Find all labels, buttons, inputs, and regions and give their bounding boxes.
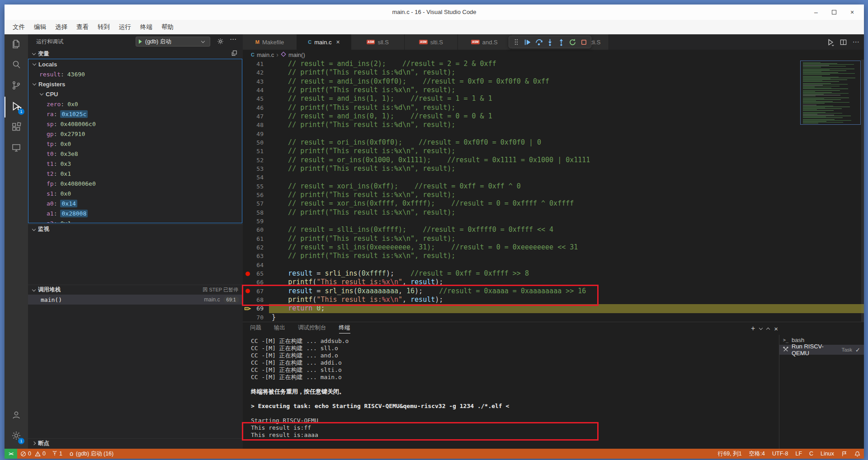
code-line[interactable]: 49 (243, 130, 864, 138)
step-into-icon[interactable] (544, 36, 556, 48)
remote-indicator[interactable]: >< (5, 449, 17, 459)
code-line[interactable]: 56 // printf("This result is:%x\n", resu… (243, 191, 864, 199)
new-terminal-icon[interactable]: + (751, 324, 755, 333)
code-line[interactable]: 69 return 0; (243, 304, 864, 313)
code-line[interactable]: 55 // result = xori_ins(0xff); //result … (243, 182, 864, 191)
gutter[interactable] (243, 130, 253, 138)
activitybar-account[interactable] (5, 405, 28, 426)
gutter[interactable] (243, 208, 253, 217)
stack-frame-row[interactable]: main() main.c 69:1 (28, 295, 243, 305)
gutter[interactable] (243, 156, 253, 164)
step-out-icon[interactable] (556, 36, 567, 48)
breadcrumb[interactable]: C main.c › main() (243, 50, 864, 60)
gutter[interactable] (243, 252, 253, 260)
watch-section-header[interactable]: 监视 (28, 224, 243, 234)
start-debug-icon[interactable] (139, 39, 142, 44)
code-line[interactable]: 51 // printf("This result is:%x\n", resu… (243, 147, 864, 155)
gutter[interactable] (243, 191, 253, 199)
gutter[interactable] (243, 199, 253, 208)
code-line[interactable]: 44 // printf("This result is:%x\n", resu… (243, 86, 864, 94)
gutter[interactable] (243, 121, 253, 129)
variable-row[interactable]: ra:0x1025c (28, 109, 242, 119)
activitybar-run-and-debug[interactable]: 1 (5, 97, 28, 117)
gutter[interactable] (243, 112, 253, 121)
more-actions-icon[interactable]: ⋯ (850, 37, 861, 47)
close-button[interactable]: × (843, 5, 861, 20)
close-panel-icon[interactable]: × (774, 325, 778, 333)
feedback-icon[interactable] (838, 449, 851, 459)
variable-row[interactable]: fp:0x408006e0 (28, 178, 242, 188)
close-tab-icon[interactable]: × (336, 38, 340, 46)
menu-item-选择[interactable]: 选择 (51, 20, 72, 34)
maximize-panel-icon[interactable] (766, 327, 770, 331)
code-line[interactable]: 70} (243, 313, 864, 322)
code-line[interactable]: 47 // result = and_ins(0, 1); //result =… (243, 112, 864, 121)
chevron-down-icon[interactable] (759, 326, 763, 329)
notifications-bell-icon[interactable] (851, 449, 864, 459)
variable-row[interactable]: a1:0x28008 (28, 208, 242, 218)
variable-row[interactable]: a2:0x1 (28, 218, 242, 223)
variable-row[interactable]: t2:0x1 (28, 169, 242, 178)
code-editor[interactable]: 41 // result = andi_ins(2); //result = 2… (243, 60, 864, 322)
gutter[interactable] (243, 60, 253, 68)
tab-sll.s[interactable]: ASMsll.S (351, 34, 405, 50)
editor-scrollbar[interactable] (861, 60, 864, 322)
current-line-arrow-icon[interactable] (243, 304, 253, 313)
more-actions-icon[interactable]: ⋯ (230, 35, 237, 43)
problems-status[interactable]: 0 0 (17, 449, 49, 459)
call-stack-section-header[interactable]: 调用堆栈 因 STEP 已暂停 (28, 285, 243, 295)
minimize-button[interactable]: – (807, 5, 825, 20)
variables-group-row[interactable]: Locals (28, 59, 242, 69)
breadcrumb-file[interactable]: main.c (257, 52, 274, 58)
activitybar-extensions[interactable] (5, 117, 28, 138)
variables-group-row[interactable]: CPU (28, 89, 242, 99)
variable-row[interactable]: t0:0x3e8 (28, 149, 242, 159)
gutter[interactable] (243, 173, 253, 182)
status-item[interactable]: 行69, 列1 (714, 449, 745, 459)
code-line[interactable]: 64 (243, 261, 864, 269)
panel-tab-输出[interactable]: 输出 (274, 324, 285, 333)
terminal-output[interactable]: CC -[M] 正在构建 ... addsub.oCC -[M] 正在构建 ..… (251, 338, 509, 439)
variable-row[interactable]: tp:0x0 (28, 139, 242, 149)
gutter[interactable] (243, 103, 253, 112)
code-line[interactable]: 58 // printf("This result is:%x\n", resu… (243, 208, 864, 217)
code-line[interactable]: 57 // result = xor_ins(0xffff, 0xffff); … (243, 199, 864, 208)
variable-row[interactable]: result:43690 (28, 69, 242, 79)
activitybar-manage[interactable]: 1 (5, 426, 28, 447)
variables-section-header[interactable]: 变量 (28, 49, 243, 59)
gutter[interactable] (243, 261, 253, 269)
breadcrumb-symbol[interactable]: main() (288, 52, 305, 58)
continue-icon[interactable] (522, 36, 533, 48)
tab-makefile[interactable]: MMakefile (243, 34, 297, 50)
variables-group-row[interactable]: Registers (28, 79, 242, 89)
status-item[interactable]: C (806, 449, 817, 459)
panel-tab-终端[interactable]: 终端 (339, 324, 350, 333)
code-line[interactable]: 62 // result = sll_ins(0xeeeeeeee, 31); … (243, 243, 864, 252)
panel-tab-问题[interactable]: 问题 (250, 324, 261, 333)
breakpoints-section-header[interactable]: 断点 (28, 438, 243, 448)
gutter[interactable] (243, 86, 253, 94)
code-line[interactable]: 63 // printf("This result is:%x\n", resu… (243, 252, 864, 260)
code-line[interactable]: 43 // result = andi_ins(0xf0f0); //resul… (243, 77, 864, 86)
status-item[interactable]: LF (792, 449, 806, 459)
gutter[interactable] (243, 296, 253, 304)
gutter[interactable] (243, 164, 253, 173)
variables-panel[interactable]: Localsresult:43690RegistersCPUzero:0x0ra… (28, 59, 242, 223)
menu-item-运行[interactable]: 运行 (114, 20, 136, 34)
variable-row[interactable]: gp:0x27910 (28, 129, 242, 139)
gutter[interactable] (243, 77, 253, 86)
gutter[interactable] (243, 182, 253, 191)
code-line[interactable]: 54 (243, 173, 864, 182)
restart-icon[interactable] (567, 36, 578, 48)
variable-row[interactable]: sp:0x408006c0 (28, 119, 242, 129)
debug-session-status[interactable]: (gdb) 启动 (16) (66, 449, 117, 459)
terminal-list-item-run-riscv-qemu[interactable]: Run RISCV-QEMUTask✓ (779, 345, 864, 355)
menu-item-查看[interactable]: 查看 (72, 20, 93, 34)
gutter[interactable] (243, 138, 253, 147)
activitybar-explorer[interactable] (5, 34, 28, 55)
code-line[interactable]: 66 printf("This result is:%x\n", result)… (243, 278, 864, 286)
code-line[interactable]: 68 printf("This result is:%x\n", result)… (243, 296, 864, 304)
minimap[interactable] (800, 61, 861, 125)
panel-tab-调试控制台[interactable]: 调试控制台 (298, 324, 326, 333)
gutter[interactable] (243, 278, 253, 286)
